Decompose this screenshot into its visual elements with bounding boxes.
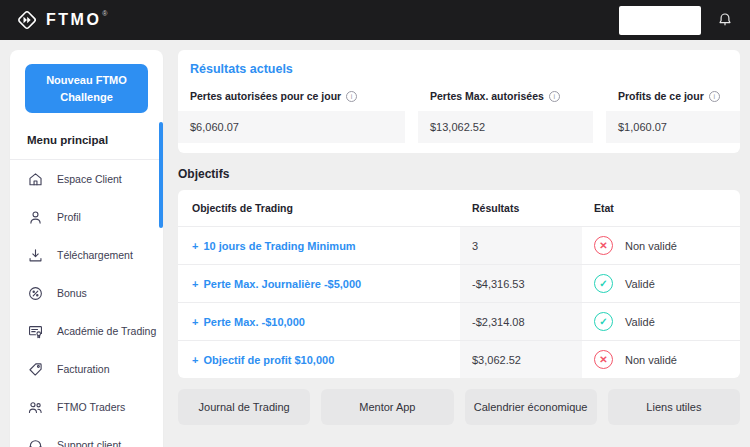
headset-icon — [27, 437, 44, 447]
menu-title: Menu principal — [27, 134, 146, 146]
table-row: + 10 jours de Trading Minimum 3 ✕ Non va… — [178, 226, 740, 264]
certificate-icon — [27, 323, 44, 340]
sidebar-item-academie[interactable]: Académie de Trading — [10, 312, 163, 350]
status-label: Validé — [625, 316, 655, 328]
percent-icon — [27, 285, 44, 302]
useful-links-button[interactable]: Liens utiles — [608, 389, 740, 425]
table-row: + Perte Max. -$10,000 -$2,314.08 ✓ Valid… — [178, 302, 740, 340]
status-label: Validé — [625, 278, 655, 290]
footer-shortcuts: Journal de Trading Mentor App Calendrier… — [178, 389, 740, 425]
objectives-section-title: Objectifs — [178, 167, 740, 181]
table-header-row: Objectifs de Trading Résultats Etat — [178, 190, 740, 226]
objective-link[interactable]: + Objectif de profit $10,000 — [178, 341, 460, 378]
sidebar-item-espace-client[interactable]: Espace Client — [10, 160, 163, 198]
trading-journal-button[interactable]: Journal de Trading — [178, 389, 310, 425]
metric-values-row: $6,060.07 $13,062.52 $1,060.07 — [178, 111, 740, 143]
sidebar-item-support[interactable]: Support client — [10, 426, 163, 447]
sidebar-item-label: Académie de Trading — [57, 325, 156, 337]
objectives-table: Objectifs de Trading Résultats Etat + 10… — [178, 190, 740, 378]
main-content: Résultats actuels Pertes autorisées pour… — [178, 50, 740, 425]
sidebar-item-label: Bonus — [57, 287, 87, 299]
check-circle-icon: ✓ — [594, 312, 613, 331]
info-icon[interactable]: i — [346, 91, 357, 102]
metric-labels-row: Pertes autorisées pour ce jour i Pertes … — [178, 90, 740, 102]
status-cell: ✓ Validé — [582, 265, 740, 302]
cross-circle-icon: ✕ — [594, 236, 613, 255]
ftmo-logo[interactable]: FTMO® — [16, 9, 108, 31]
table-row: + Perte Max. Journalière -$5,000 -$4,316… — [178, 264, 740, 302]
new-challenge-button[interactable]: Nouveau FTMO Challenge — [25, 64, 148, 113]
ftmo-diamond-icon — [16, 9, 38, 31]
sidebar-item-facturation[interactable]: Facturation — [10, 350, 163, 388]
mentor-app-button[interactable]: Mentor App — [321, 389, 453, 425]
cross-circle-icon: ✕ — [594, 350, 613, 369]
sidebar-item-profil[interactable]: Profil — [10, 198, 163, 236]
economic-calendar-button[interactable]: Calendrier économique — [465, 389, 597, 425]
user-icon — [27, 209, 44, 226]
objective-link[interactable]: + Perte Max. -$10,000 — [178, 303, 460, 340]
info-icon[interactable]: i — [709, 91, 720, 102]
status-cell: ✕ Non validé — [582, 341, 740, 378]
users-icon — [27, 399, 44, 416]
status-cell: ✓ Validé — [582, 303, 740, 340]
metric-label: Pertes autorisées pour ce jour i — [178, 90, 405, 102]
column-header-result: Résultats — [460, 202, 582, 214]
sidebar-item-telechargement[interactable]: Téléchargement — [10, 236, 163, 274]
logo-text: FTMO — [46, 11, 101, 28]
check-circle-icon: ✓ — [594, 274, 613, 293]
results-card: Résultats actuels Pertes autorisées pour… — [178, 50, 740, 153]
status-cell: ✕ Non validé — [582, 227, 740, 264]
home-icon — [27, 171, 44, 188]
column-header-objective: Objectifs de Trading — [178, 202, 460, 214]
account-panel[interactable] — [619, 6, 701, 35]
table-row: + Objectif de profit $10,000 $3,062.52 ✕… — [178, 340, 740, 378]
sidebar-item-label: Espace Client — [57, 173, 122, 185]
info-icon[interactable]: i — [549, 91, 560, 102]
expand-plus-icon: + — [192, 240, 198, 252]
sidebar-item-ftmo-traders[interactable]: FTMO Traders — [10, 388, 163, 426]
result-value: -$2,314.08 — [460, 303, 582, 340]
objective-link[interactable]: + Perte Max. Journalière -$5,000 — [178, 265, 460, 302]
download-icon — [27, 247, 44, 264]
sidebar-item-label: FTMO Traders — [57, 401, 125, 413]
metric-value-daily-loss: $6,060.07 — [178, 111, 405, 143]
result-value: 3 — [460, 227, 582, 264]
sidebar-item-label: Profil — [57, 211, 81, 223]
top-bar: FTMO® — [0, 0, 750, 40]
result-value: -$4,316.53 — [460, 265, 582, 302]
sidebar-item-label: Support client — [57, 439, 121, 447]
sidebar: Nouveau FTMO Challenge Menu principal Es… — [10, 50, 163, 447]
tag-icon — [27, 361, 44, 378]
metric-value-daily-profit: $1,060.07 — [606, 111, 740, 143]
column-header-status: Etat — [582, 202, 740, 214]
bell-icon[interactable] — [714, 9, 736, 31]
ftmo-dashboard: FTMO® Nouveau FTMO Challenge Menu princi… — [0, 0, 750, 447]
metric-label: Profits de ce jour i — [606, 90, 740, 102]
metric-value-max-loss: $13,062.52 — [418, 111, 593, 143]
expand-plus-icon: + — [192, 278, 198, 290]
expand-plus-icon: + — [192, 354, 198, 366]
objective-link[interactable]: + 10 jours de Trading Minimum — [178, 227, 460, 264]
sidebar-scrollbar-thumb[interactable] — [159, 122, 163, 228]
metric-label: Pertes Max. autorisées i — [418, 90, 593, 102]
sidebar-item-label: Facturation — [57, 363, 110, 375]
expand-plus-icon: + — [192, 316, 198, 328]
result-value: $3,062.52 — [460, 341, 582, 378]
status-label: Non validé — [625, 240, 677, 252]
results-title: Résultats actuels — [190, 62, 728, 76]
sidebar-item-label: Téléchargement — [57, 249, 133, 261]
sidebar-item-bonus[interactable]: Bonus — [10, 274, 163, 312]
registered-mark: ® — [102, 10, 107, 17]
status-label: Non validé — [625, 354, 677, 366]
